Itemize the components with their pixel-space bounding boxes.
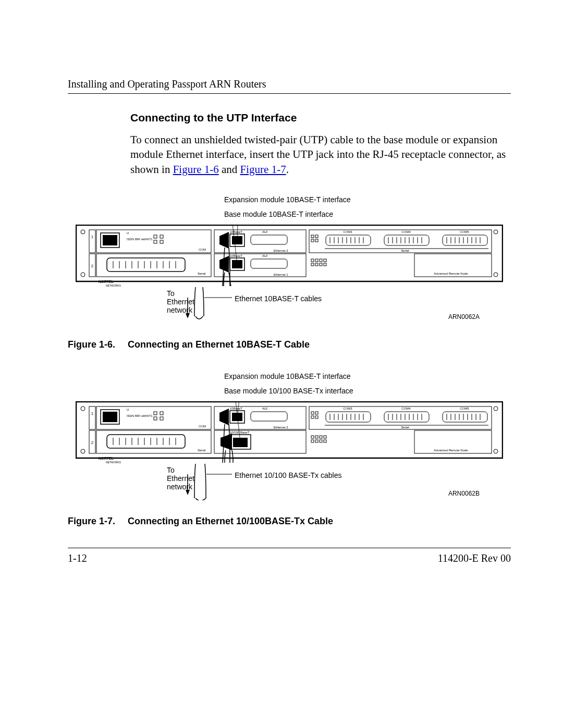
router-diagram-1: 1 2 U ISDN BRI withNT1 COM Serial NORTEL… bbox=[76, 225, 503, 287]
svg-rect-9 bbox=[103, 235, 117, 245]
svg-rect-34 bbox=[251, 259, 287, 268]
svg-rect-98 bbox=[154, 412, 157, 415]
svg-rect-46 bbox=[315, 263, 318, 266]
serial-bus-label: Serial bbox=[401, 426, 409, 429]
svg-rect-131 bbox=[324, 436, 326, 438]
callout-base-module: Base module 10BASE-T interface bbox=[224, 207, 511, 221]
10-100-baset-label: 10/100 BaseT bbox=[230, 431, 250, 434]
slot-2-label: 2 bbox=[91, 264, 94, 268]
isdn-bri-label: ISDN BRI withNT1 bbox=[127, 238, 153, 241]
figure-code: ARN0062B bbox=[448, 490, 480, 497]
svg-rect-130 bbox=[320, 436, 322, 438]
svg-rect-118 bbox=[251, 412, 287, 421]
svg-rect-10 bbox=[154, 235, 157, 238]
svg-rect-5 bbox=[89, 230, 95, 253]
svg-point-90 bbox=[494, 406, 498, 411]
page-number: 1-12 bbox=[68, 552, 87, 564]
svg-rect-102 bbox=[96, 430, 211, 453]
router-diagram-2: 1 2 U ISDN BRI withNT1 COM Serial NORTEL… bbox=[76, 401, 503, 464]
arn-label: Advanced Remote Node bbox=[434, 449, 468, 452]
figure-code: ARN0062A bbox=[448, 313, 480, 320]
svg-rect-40 bbox=[315, 239, 318, 242]
u-label: U bbox=[127, 408, 129, 411]
svg-point-3 bbox=[81, 273, 85, 277]
svg-rect-44 bbox=[324, 259, 326, 262]
svg-rect-51 bbox=[384, 235, 429, 245]
slot-1-label: 1 bbox=[91, 235, 94, 239]
svg-point-92 bbox=[494, 449, 498, 453]
svg-rect-39 bbox=[311, 239, 314, 242]
svg-rect-12 bbox=[154, 240, 157, 243]
svg-rect-52 bbox=[443, 235, 487, 245]
aui-label-top: AUI bbox=[262, 407, 267, 410]
com5-label: COM5 bbox=[460, 230, 469, 233]
svg-rect-50 bbox=[326, 235, 371, 245]
com3-label: COM3 bbox=[343, 230, 352, 233]
com-label: COM bbox=[199, 248, 206, 251]
svg-rect-14 bbox=[96, 254, 211, 277]
body-text-b: and bbox=[219, 163, 240, 176]
ethernet-2-label: Ethernet 2 bbox=[274, 426, 288, 429]
svg-rect-100 bbox=[154, 417, 157, 420]
cable-type-label: Ethernet 10/100 BASE-Tx cables bbox=[235, 471, 341, 479]
svg-point-1 bbox=[81, 230, 85, 234]
svg-rect-38 bbox=[315, 235, 318, 238]
figure-1-6: Expansion module 10BASE-T interface Base… bbox=[68, 192, 511, 350]
aui-label-bot: AUI bbox=[262, 254, 267, 257]
aui-label-top: AUI bbox=[262, 230, 267, 233]
figure-title: Connecting an Ethernet 10BASE-T Cable bbox=[128, 339, 310, 350]
svg-marker-35 bbox=[219, 232, 229, 249]
svg-rect-137 bbox=[326, 412, 371, 422]
isdn-bri-label: ISDN BRI withNT1 bbox=[127, 414, 153, 417]
figure-number: Figure 1-6. bbox=[68, 339, 125, 350]
doc-revision: 114200-E Rev 00 bbox=[438, 552, 511, 564]
svg-rect-30 bbox=[251, 235, 287, 244]
running-header: Installing and Operating Passport ARN Ro… bbox=[68, 78, 266, 90]
figure-1-7: Expansion module 10BASE-T interface Base… bbox=[68, 369, 511, 527]
callout-base-module: Base module 10/100 BASE-Tx interface bbox=[224, 384, 511, 398]
slot-1-label: 1 bbox=[91, 411, 94, 416]
svg-rect-42 bbox=[315, 259, 318, 262]
com3-label: COM3 bbox=[343, 407, 352, 410]
svg-rect-132 bbox=[311, 440, 314, 442]
svg-rect-13 bbox=[160, 240, 163, 243]
com4-label: COM4 bbox=[401, 407, 411, 410]
svg-point-4 bbox=[494, 273, 498, 277]
svg-rect-121 bbox=[233, 438, 248, 447]
svg-point-2 bbox=[494, 230, 498, 234]
ethernet-2-label: Ethernet 2 bbox=[274, 249, 288, 252]
body-text-c: . bbox=[286, 163, 289, 176]
svg-rect-124 bbox=[311, 412, 314, 414]
svg-rect-138 bbox=[384, 412, 429, 422]
brand-nortel: NORTEL bbox=[99, 280, 114, 283]
serial-bus-label: Serial bbox=[401, 249, 409, 252]
svg-point-89 bbox=[81, 406, 85, 411]
com5-label: COM5 bbox=[460, 407, 469, 410]
figure-1-7-link[interactable]: Figure 1-7 bbox=[240, 163, 286, 176]
svg-rect-97 bbox=[103, 412, 117, 422]
svg-rect-128 bbox=[311, 436, 314, 438]
svg-rect-126 bbox=[311, 416, 314, 418]
serial-label: Serial bbox=[198, 272, 205, 275]
ethernet-1-label: Ethernet 1 bbox=[274, 273, 288, 276]
svg-rect-125 bbox=[315, 412, 318, 414]
svg-rect-134 bbox=[320, 440, 322, 442]
figure-1-7-caption: Figure 1-7. Connecting an Ethernet 10/10… bbox=[68, 516, 511, 527]
svg-rect-93 bbox=[89, 406, 95, 429]
svg-marker-123 bbox=[221, 434, 232, 450]
u-label: U bbox=[127, 231, 129, 235]
svg-rect-37 bbox=[311, 235, 314, 238]
svg-rect-41 bbox=[311, 259, 314, 262]
svg-rect-48 bbox=[324, 263, 326, 266]
svg-rect-103 bbox=[107, 435, 185, 448]
figure-1-6-link[interactable]: Figure 1-6 bbox=[173, 163, 219, 176]
svg-rect-43 bbox=[320, 259, 322, 262]
svg-rect-47 bbox=[320, 263, 322, 266]
svg-rect-15 bbox=[107, 258, 185, 272]
svg-rect-133 bbox=[315, 440, 318, 442]
arn-label: Advanced Remote Node bbox=[434, 272, 468, 275]
cable-type-label: Ethernet 10BASE-T cables bbox=[235, 294, 322, 303]
com-label: COM bbox=[199, 425, 206, 428]
svg-rect-135 bbox=[324, 440, 326, 442]
svg-rect-127 bbox=[315, 416, 318, 418]
